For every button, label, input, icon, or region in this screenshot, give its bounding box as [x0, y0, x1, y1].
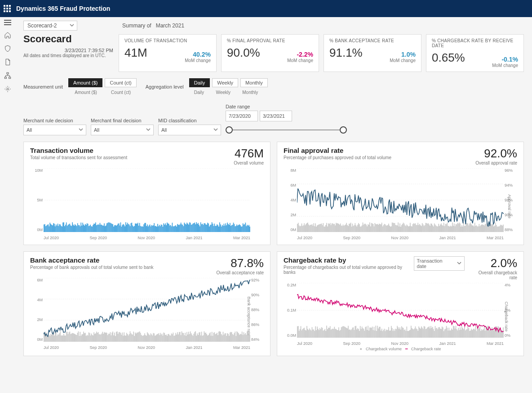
bar-biglabel: Overall acceptance rate	[216, 270, 264, 275]
svg-rect-171	[185, 224, 186, 232]
app-launcher-icon[interactable]	[4, 5, 11, 12]
measure-count-button[interactable]: Count (ct)	[105, 78, 136, 87]
svg-rect-542	[83, 332, 84, 342]
svg-rect-412	[435, 225, 436, 232]
svg-rect-43	[75, 224, 75, 232]
svg-rect-317	[353, 226, 354, 232]
date-slider[interactable]	[226, 125, 347, 135]
svg-rect-122	[142, 227, 143, 232]
far-y2-label: Approval rate	[507, 194, 512, 219]
svg-rect-777	[330, 326, 331, 338]
svg-rect-67	[95, 223, 96, 232]
filter-mid[interactable]: All	[158, 125, 221, 135]
svg-rect-179	[192, 224, 193, 232]
cb-big: 2.0%	[470, 256, 517, 270]
svg-rect-327	[362, 225, 363, 232]
svg-rect-313	[350, 223, 350, 232]
svg-rect-521	[65, 335, 66, 342]
agg-daily-button[interactable]: Daily	[189, 78, 210, 87]
svg-rect-582	[118, 334, 119, 342]
svg-rect-303	[341, 226, 342, 232]
svg-rect-556	[95, 333, 96, 342]
svg-rect-904	[439, 327, 440, 338]
menu-icon[interactable]	[4, 20, 11, 25]
slider-handle-left[interactable]	[226, 126, 233, 134]
svg-rect-136	[155, 226, 155, 232]
svg-rect-325	[360, 227, 361, 232]
svg-rect-452	[469, 223, 470, 232]
page-title: Scorecard	[23, 33, 113, 45]
svg-rect-960	[488, 326, 488, 338]
chevron-down-icon	[457, 261, 461, 266]
svg-rect-204	[213, 226, 214, 232]
svg-rect-722	[238, 333, 239, 342]
svg-rect-214	[222, 225, 223, 232]
svg-rect-490	[502, 226, 503, 232]
svg-rect-432	[452, 223, 453, 232]
agg-monthly-button[interactable]: Monthly	[240, 78, 268, 87]
svg-rect-782	[334, 327, 335, 338]
svg-rect-367	[396, 225, 397, 232]
svg-rect-368	[397, 225, 398, 232]
svg-rect-350	[381, 223, 382, 232]
svg-rect-227	[233, 223, 234, 232]
svg-rect-631	[160, 333, 161, 342]
home-icon[interactable]	[4, 31, 11, 39]
shield-icon[interactable]	[4, 45, 11, 52]
svg-rect-92	[117, 225, 118, 232]
svg-rect-464	[479, 226, 480, 232]
document-icon[interactable]	[4, 58, 11, 66]
svg-rect-289	[329, 224, 330, 232]
page-selector[interactable]: Scorecard-2	[23, 21, 77, 31]
svg-rect-375	[403, 223, 404, 232]
date-to[interactable]: 3/23/2021	[260, 111, 292, 121]
svg-rect-121	[142, 226, 143, 232]
svg-rect-319	[355, 223, 355, 232]
agg-weekly-button[interactable]: Weekly	[212, 78, 238, 87]
measure-amount-button[interactable]: Amount ($)	[68, 78, 102, 87]
filter-merchant-rule-label: Merchant rule decision	[23, 118, 86, 123]
svg-rect-554	[93, 332, 94, 342]
svg-rect-654	[180, 332, 181, 342]
svg-rect-346	[378, 225, 379, 232]
filter-merchant-rule[interactable]: All	[23, 125, 86, 135]
svg-rect-561	[100, 335, 101, 342]
gear-icon[interactable]	[4, 85, 11, 93]
svg-rect-403	[427, 223, 428, 232]
svg-rect-975	[500, 331, 501, 338]
svg-rect-574	[111, 335, 112, 342]
svg-rect-107	[130, 226, 131, 232]
card-final-approval: Final approval rate Percentage of purcha…	[277, 142, 524, 245]
svg-rect-114	[136, 223, 137, 232]
svg-rect-424	[445, 224, 446, 232]
svg-rect-50	[80, 223, 81, 232]
slider-handle-right[interactable]	[340, 126, 347, 134]
svg-rect-423	[444, 226, 445, 232]
svg-rect-635	[163, 333, 164, 342]
svg-rect-746	[303, 328, 304, 338]
svg-rect-673	[196, 336, 197, 342]
svg-rect-890	[427, 327, 428, 338]
svg-rect-683	[204, 333, 205, 342]
svg-rect-46	[77, 223, 78, 232]
svg-rect-305	[343, 224, 344, 232]
svg-rect-475	[489, 225, 490, 232]
svg-rect-102	[125, 222, 126, 232]
svg-rect-852	[395, 331, 395, 338]
svg-rect-522	[66, 332, 67, 342]
svg-rect-11	[47, 225, 48, 232]
svg-rect-454	[471, 224, 472, 232]
svg-rect-943	[473, 329, 474, 338]
cb-mode-select[interactable]: Transaction date	[414, 256, 465, 271]
svg-rect-657	[182, 333, 183, 342]
svg-rect-710	[228, 334, 229, 342]
svg-rect-225	[231, 225, 232, 232]
svg-rect-816	[364, 329, 364, 338]
svg-rect-393	[418, 225, 419, 232]
filter-mid-label: MID classification	[158, 118, 221, 123]
date-from[interactable]: 7/23/2020	[226, 111, 258, 121]
svg-rect-318	[354, 225, 355, 232]
svg-rect-528	[71, 334, 72, 342]
filter-merchant-final[interactable]: All	[91, 125, 154, 135]
hierarchy-icon[interactable]	[4, 72, 11, 79]
